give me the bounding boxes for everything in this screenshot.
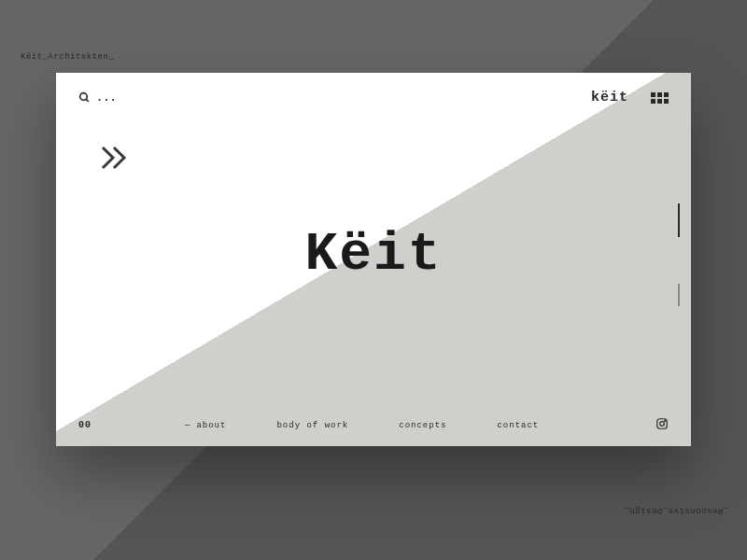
- search-placeholder: ...: [96, 91, 117, 105]
- bg-label-left: Këit_Architekten_: [21, 52, 114, 62]
- nav-concepts[interactable]: concepts: [399, 421, 446, 430]
- instagram-icon: [655, 417, 669, 430]
- nav-body-of-work[interactable]: body of work: [276, 421, 348, 430]
- svg-point-3: [660, 422, 665, 427]
- nav-contact[interactable]: contact: [497, 421, 539, 430]
- instagram-link[interactable]: [655, 417, 669, 433]
- svg-line-1: [86, 99, 89, 102]
- indicator-inactive[interactable]: [678, 284, 680, 306]
- grid-menu-icon[interactable]: [651, 92, 669, 104]
- svg-point-0: [80, 93, 88, 101]
- footer-nav: —about body of work concepts contact: [185, 421, 539, 430]
- topbar-right: këit: [591, 90, 669, 105]
- next-chevrons[interactable]: [101, 146, 133, 175]
- hero-card: ... këit Këit 00 —about body of work con…: [56, 73, 691, 446]
- chevron-right-icon: [101, 146, 133, 170]
- bg-label-right: _Responsive_Design_: [624, 506, 728, 515]
- search-icon: [78, 91, 91, 104]
- hero-title: Këit: [304, 224, 442, 285]
- svg-point-4: [665, 420, 666, 421]
- wordmark-small[interactable]: këit: [591, 90, 628, 105]
- slide-indicators[interactable]: [678, 203, 680, 306]
- nav-about[interactable]: —about: [185, 421, 226, 430]
- bottombar: 00 —about body of work concepts contact: [78, 417, 669, 433]
- page-number: 00: [78, 420, 92, 430]
- indicator-active[interactable]: [678, 203, 680, 237]
- topbar: ... këit: [78, 90, 669, 105]
- search-trigger[interactable]: ...: [78, 91, 117, 105]
